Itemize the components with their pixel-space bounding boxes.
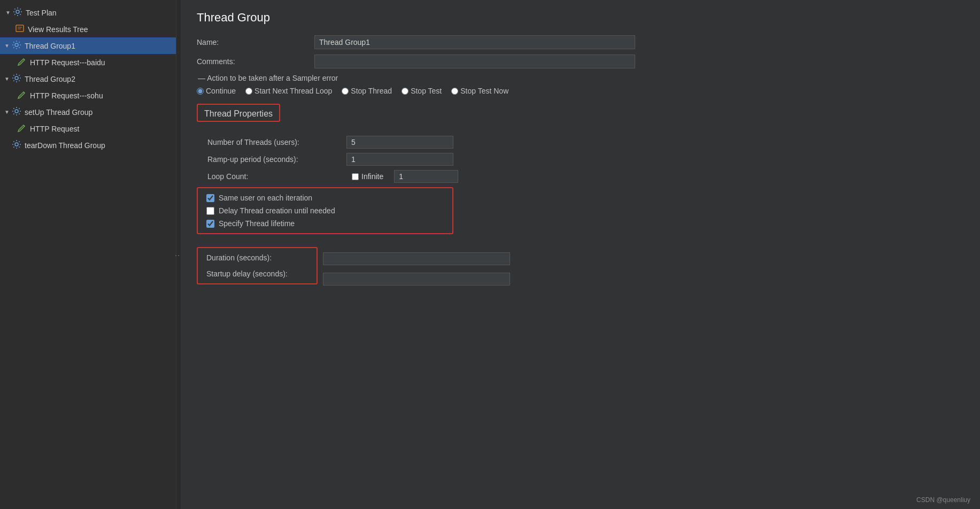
svg-point-6 [15,110,18,113]
startup-delay-label: Startup delay (seconds): [206,269,308,278]
sidebar-item-http-sohu[interactable]: HTTP Request---sohu [0,87,176,104]
checkbox-box: Same user on each iteration Delay Thread… [197,187,453,234]
rampup-input[interactable] [346,153,453,166]
svg-point-5 [15,76,18,80]
specify-lifetime-label: Specify Thread lifetime [219,219,295,228]
radio-start-next[interactable]: Start Next Thread Loop [245,87,332,95]
sidebar-item-thread-group2[interactable]: ▼ Thread Group2 [0,71,176,87]
expand-arrow [4,26,15,32]
error-action-options: Continue Start Next Thread Loop Stop Thr… [197,87,964,95]
sidebar-item-label: setUp Thread Group [25,108,92,117]
sidebar-item-view-results-tree[interactable]: View Results Tree [0,21,176,37]
startup-delay-row: Startup delay (seconds): [206,269,308,278]
radio-start-next-input[interactable] [245,88,252,95]
sidebar-item-label: Thread Group2 [25,75,75,83]
radio-stop-thread-label: Stop Thread [351,87,392,95]
radio-stop-test-now-label: Stop Test Now [460,87,508,95]
sidebar-item-label: HTTP Request [30,125,79,133]
comments-row: Comments: [197,55,964,68]
sidebar-item-test-plan[interactable]: ▼ Test Plan [0,4,176,21]
sidebar-item-label: HTTP Request---sohu [30,91,103,100]
rampup-label: Ramp-up period (seconds): [197,155,346,164]
duration-label: Duration (seconds): [206,253,308,262]
sidebar-item-teardown-thread-group[interactable]: tearDown Thread Group [0,137,176,153]
rampup-row: Ramp-up period (seconds): [197,153,964,166]
delay-creation-row: Delay Thread creation until needed [206,206,444,215]
num-threads-label: Number of Threads (users): [197,138,346,146]
watermark: CSDN @queenliuy [916,496,970,504]
radio-stop-test-now-input[interactable] [451,88,458,95]
infinite-checkbox[interactable] [352,173,359,180]
expand-arrow: ▼ [5,10,13,16]
radio-stop-test[interactable]: Stop Test [402,87,442,95]
delay-creation-label: Delay Thread creation until needed [219,206,335,215]
loop-count-input[interactable] [394,170,458,183]
duration-section: Duration (seconds): Startup delay (secon… [197,247,964,291]
specify-lifetime-checkbox[interactable] [206,220,214,228]
infinite-label: Infinite [361,172,383,181]
thread-properties-title: Thread Properties [204,109,273,118]
radio-stop-thread-input[interactable] [342,88,349,95]
svg-point-7 [15,143,18,146]
radio-start-next-label: Start Next Thread Loop [254,87,332,95]
svg-point-0 [16,10,19,13]
sidebar-item-thread-group1[interactable]: ▼ Thread Group1 [0,37,176,54]
sidebar-item-label: HTTP Request---baidu [30,58,105,67]
name-input[interactable] [314,35,635,49]
gear-icon [13,7,22,18]
expand-arrow: ▼ [4,76,12,82]
duration-box: Duration (seconds): Startup delay (secon… [197,247,318,284]
gear-icon [12,73,21,84]
error-action-label: — Action to be taken after a Sampler err… [198,74,964,82]
sidebar-item-label: Thread Group1 [25,42,75,50]
sidebar-item-label: tearDown Thread Group [25,141,105,150]
results-icon [15,24,25,35]
pencil-icon [17,90,27,101]
resize-handle[interactable]: ⋮ [176,0,181,509]
gear-icon [12,106,21,118]
sidebar-item-label: Test Plan [26,9,57,17]
radio-continue-label: Continue [206,87,236,95]
same-user-row: Same user on each iteration [206,194,444,202]
comments-label: Comments: [197,57,314,66]
radio-stop-test-input[interactable] [402,88,408,95]
radio-stop-test-label: Stop Test [411,87,442,95]
comments-input[interactable] [314,55,635,68]
expand-arrow: ▼ [4,109,12,115]
pencil-icon [17,123,27,134]
svg-rect-1 [16,25,24,32]
num-threads-input[interactable] [346,136,453,149]
sidebar: ▼ Test Plan View Results Tree ▼ Thread G… [0,0,176,509]
error-action-section: — Action to be taken after a Sampler err… [197,74,964,95]
thread-properties-section: Thread Properties [197,104,964,128]
sidebar-item-label: View Results Tree [28,25,88,34]
thread-properties-box: Thread Properties [197,104,280,122]
specify-lifetime-row: Specify Thread lifetime [206,219,444,228]
same-user-label: Same user on each iteration [219,194,312,202]
pencil-icon [17,57,27,68]
gear-icon [12,40,21,51]
sidebar-item-setup-thread-group[interactable]: ▼ setUp Thread Group [0,104,176,120]
svg-point-4 [15,43,18,47]
expand-arrow: ▼ [4,43,12,49]
name-label: Name: [197,38,314,47]
sidebar-item-http-baidu[interactable]: HTTP Request---baidu [0,54,176,71]
gear-icon [12,140,21,151]
radio-stop-thread[interactable]: Stop Thread [342,87,392,95]
checkbox-section: Same user on each iteration Delay Thread… [197,187,964,241]
main-content: Thread Group Name: Comments: — Action to… [181,0,980,509]
radio-continue-input[interactable] [197,88,204,95]
delay-creation-checkbox[interactable] [206,207,214,215]
radio-stop-test-now[interactable]: Stop Test Now [451,87,508,95]
infinite-checkbox-label[interactable]: Infinite [352,172,383,181]
duration-inputs [323,247,510,286]
startup-delay-input[interactable] [323,273,510,286]
loop-count-label: Loop Count: [197,172,346,181]
duration-input[interactable] [323,252,510,265]
name-row: Name: [197,35,964,49]
same-user-checkbox[interactable] [206,194,214,202]
num-threads-row: Number of Threads (users): [197,136,964,149]
sidebar-item-http-request[interactable]: HTTP Request [0,120,176,137]
radio-continue[interactable]: Continue [197,87,236,95]
duration-row: Duration (seconds): [206,253,308,262]
